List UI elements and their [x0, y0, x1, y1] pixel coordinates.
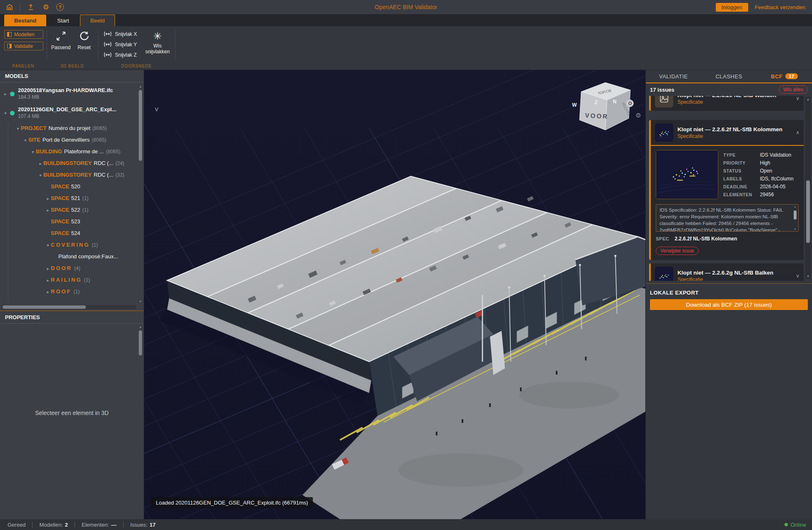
properties-scrollbar[interactable]: ▲: [138, 325, 143, 516]
issue-card[interactable]: Klopt niet — 2.2.6.2e NL-SfB Wanden Spec…: [649, 96, 804, 111]
clear-all-button[interactable]: Wis alles: [779, 85, 808, 94]
issue-card-expanded[interactable]: Klopt niet — 2.2.6.2f NL-SfB Kolommen Sp…: [649, 120, 804, 260]
tab-clashes[interactable]: CLASHES: [701, 70, 757, 82]
tab-bestand[interactable]: Bestand: [4, 15, 46, 26]
download-bcf-button[interactable]: Download als BCF ZIP (17 issues): [650, 299, 808, 310]
validatie-panel-button[interactable]: Validatie: [4, 42, 43, 50]
feedback-link[interactable]: Feedback verzenden: [755, 4, 805, 10]
expand-arrow[interactable]: ▾: [15, 123, 21, 135]
model-file-name: 20201126GEN_DOE_GSE_ARC_Expl...: [18, 106, 116, 113]
login-button[interactable]: Inloggen: [716, 3, 748, 12]
scrollbar-thumb[interactable]: [806, 180, 810, 243]
wis-snijvlakken-button[interactable]: ✳ Wis snijvlakken: [143, 31, 172, 55]
scrollbar-thumb[interactable]: [139, 90, 142, 161]
tree-node-element[interactable]: Plafond composé:Faux...: [0, 251, 144, 262]
expand-arrow[interactable]: ▸: [45, 193, 51, 205]
scroll-up-icon[interactable]: ▲: [793, 205, 797, 208]
expand-arrow[interactable]: ▾: [2, 111, 8, 115]
issue-description-box[interactable]: IDS Specification: 2.2.6.2f NL-SfB Kolom…: [656, 204, 799, 232]
scroll-down-icon[interactable]: ▼: [138, 300, 143, 303]
tab-start[interactable]: Start: [47, 15, 79, 26]
compass-east[interactable]: O: [628, 101, 632, 106]
3d-viewport[interactable]: V BOVEN VOOR RECHTS W Z N O ⚙ Loaded 202…: [144, 70, 645, 519]
issue-snapshot[interactable]: [656, 150, 718, 199]
title-bar: ⚙ ? OpenAEC BIM Validator Inloggen Feedb…: [0, 0, 812, 14]
spec-row: SPEC 2.2.6.2f NL-SfB Kolommen: [656, 236, 799, 242]
models-hscrollbar[interactable]: [2, 305, 136, 309]
image-placeholder-icon: [660, 96, 669, 103]
expand-arrow[interactable]: ▸: [37, 158, 43, 170]
tree-node-space[interactable]: SPACE524: [0, 228, 144, 239]
expand-arrow[interactable]: ▾: [45, 240, 51, 251]
tree-node-space[interactable]: ▸SPACE521(1): [0, 192, 144, 204]
issue-card[interactable]: Klopt niet — 2.2.6.2g NL-SfB Balken Spec…: [649, 263, 804, 281]
viewport-settings-gear-icon[interactable]: ⚙: [636, 112, 641, 119]
tree-node-site[interactable]: ▾SITEPort de Genevilliers(8065): [0, 134, 144, 146]
chevron-down-icon[interactable]: ∨: [796, 96, 800, 101]
scroll-up-icon[interactable]: ▲: [138, 325, 143, 328]
tree-node-storey[interactable]: ▾BUILDINGSTOREYRDC (...(32): [0, 169, 144, 181]
tree-node-door[interactable]: ▸DOOR(4): [0, 262, 144, 274]
scroll-up-icon[interactable]: ▲: [805, 98, 811, 101]
tab-validatie[interactable]: VALIDATIE: [646, 70, 701, 82]
node-type: SPACE: [51, 195, 69, 201]
expand-arrow[interactable]: ▸: [45, 275, 51, 286]
status-elements-value: —: [111, 522, 117, 528]
home-building-icon[interactable]: [5, 2, 14, 12]
tab-bcf-label: BCF: [771, 73, 782, 80]
help-icon[interactable]: ?: [56, 3, 64, 11]
tree-node-project[interactable]: ▾PROJECTNuméro du projet(8065): [0, 122, 144, 134]
scroll-down-icon[interactable]: ▼: [793, 228, 797, 230]
snijvlak-y-button[interactable]: Snijvlak Y: [104, 39, 137, 50]
compass-north[interactable]: N: [613, 99, 617, 105]
expand-arrow[interactable]: ▾: [22, 135, 28, 146]
field-value: 2026-04-05: [760, 184, 785, 190]
tree-node-roof[interactable]: ▸ROOF(1): [0, 286, 144, 298]
node-type: BUILDINGSTOREY: [43, 172, 92, 178]
scrollbar-thumb[interactable]: [2, 305, 86, 309]
tree-node-space[interactable]: ▸SPACE522(1): [0, 204, 144, 216]
app-title: OpenAEC BIM Validator: [0, 4, 812, 10]
snijvlak-x-button[interactable]: Snijvlak X: [104, 29, 137, 39]
online-label: Online: [790, 522, 806, 528]
models-scrollbar[interactable]: ▲ ▼: [138, 85, 143, 303]
issue-subtitle: Specificatie: [677, 99, 776, 105]
model-file-row[interactable]: ▸ 20200518Yangsan Pr-HARDWARE.ifc 184.3 …: [0, 84, 144, 103]
tree-node-railing[interactable]: ▸RAILING(1): [0, 274, 144, 286]
passend-button[interactable]: Passend: [50, 30, 72, 50]
expand-arrow[interactable]: ▾: [37, 170, 43, 181]
scroll-up-icon[interactable]: ▲: [138, 85, 143, 88]
expand-arrow[interactable]: ▸: [45, 263, 51, 275]
tab-beeld[interactable]: Beeld: [80, 15, 115, 26]
tree-node-covering[interactable]: ▾COVERING(1): [0, 239, 144, 251]
upload-icon[interactable]: [26, 2, 35, 12]
gear-icon[interactable]: ⚙: [41, 2, 50, 12]
navigation-cube[interactable]: BOVEN VOOR RECHTS W Z N O: [571, 79, 638, 134]
description-scrollbar[interactable]: ▲ ▼: [793, 205, 797, 230]
compass-south[interactable]: Z: [595, 100, 597, 105]
chevron-up-icon[interactable]: ∧: [796, 130, 800, 135]
expand-arrow[interactable]: ▸: [45, 286, 51, 298]
expand-arrow[interactable]: ▾: [30, 146, 36, 158]
tree-node-storey[interactable]: ▸BUILDINGSTOREYRDC (...(24): [0, 158, 144, 169]
scrollbar-thumb[interactable]: [794, 210, 797, 220]
reset-button[interactable]: Reset: [73, 30, 95, 50]
model-file-row[interactable]: ▾ 20201126GEN_DOE_GSE_ARC_Expl... 107.4 …: [0, 103, 144, 122]
properties-empty-text: Selecteer een element in 3D: [0, 410, 144, 416]
expand-arrow[interactable]: ▸: [45, 205, 51, 216]
3d-scene: [144, 70, 645, 519]
tree-node-space[interactable]: SPACE523: [0, 216, 144, 228]
compass-west[interactable]: W: [572, 102, 577, 108]
ribbon-group-doorsnede: Snijvlak X Snijvlak Y Snijvlak Z ✳: [98, 26, 175, 70]
scrollbar-thumb[interactable]: [139, 330, 142, 355]
snijvlak-z-button[interactable]: Snijvlak Z: [104, 50, 137, 60]
tree-node-space[interactable]: SPACE520: [0, 181, 144, 192]
chevron-down-icon[interactable]: ∨: [796, 273, 800, 279]
expand-arrow[interactable]: ▸: [2, 92, 8, 96]
modellen-panel-button[interactable]: Modellen: [4, 30, 43, 39]
scroll-down-icon[interactable]: ▼: [805, 275, 811, 278]
issues-scrollbar[interactable]: ▲ ▼: [805, 97, 811, 279]
delete-issue-button[interactable]: Verwijder issue: [656, 247, 699, 255]
tree-node-building[interactable]: ▾BUILDINGPlateforme de ...(8065): [0, 146, 144, 158]
tab-bcf[interactable]: BCF 17: [757, 70, 812, 82]
